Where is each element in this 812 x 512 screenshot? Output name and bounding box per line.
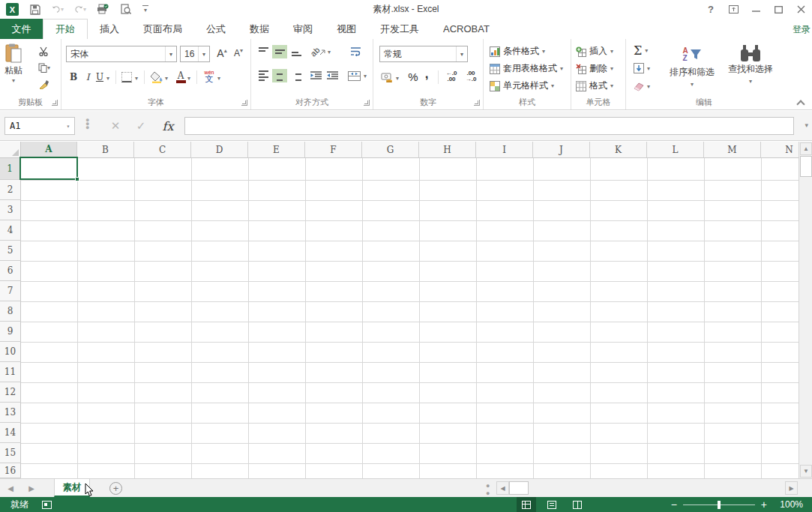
fill-button[interactable]: ▾: [634, 63, 650, 73]
vscroll-thumb[interactable]: [800, 156, 812, 177]
tab-acrobat[interactable]: ACROBAT: [431, 19, 502, 39]
row-header-9[interactable]: 9: [0, 322, 21, 342]
name-box[interactable]: A1▾: [4, 117, 75, 135]
column-header-E[interactable]: E: [248, 142, 305, 158]
number-format-combo[interactable]: 常规▾: [379, 46, 468, 62]
copy-button[interactable]: ▾: [34, 61, 54, 73]
row-header-5[interactable]: 5: [0, 241, 21, 261]
merge-center-button[interactable]: [346, 69, 362, 82]
column-header-C[interactable]: C: [134, 142, 191, 158]
tab-formulas[interactable]: 公式: [194, 19, 238, 39]
column-header-A[interactable]: A: [21, 142, 77, 158]
normal-view-button[interactable]: [517, 497, 536, 512]
decrease-decimal-button[interactable]: .00→.0: [462, 69, 480, 84]
comma-style-button[interactable]: ,: [421, 66, 432, 82]
font-name-combo[interactable]: 宋体▾: [66, 46, 177, 62]
italic-button[interactable]: I: [82, 70, 93, 84]
row-header-11[interactable]: 11: [0, 362, 21, 382]
tab-data[interactable]: 数据: [238, 19, 281, 39]
qat-customize-icon[interactable]: ▾: [142, 4, 149, 16]
undo-icon[interactable]: ▾: [52, 4, 64, 16]
new-sheet-button[interactable]: +: [109, 482, 122, 495]
page-break-view-button[interactable]: [568, 497, 587, 512]
redo-icon[interactable]: ▾: [74, 4, 86, 16]
increase-decimal-button[interactable]: ←.0.00: [442, 69, 460, 84]
minimize-button[interactable]: [745, 1, 767, 18]
align-left-button[interactable]: [256, 69, 271, 82]
column-header-B[interactable]: B: [77, 142, 134, 158]
row-header-16[interactable]: 16: [0, 463, 21, 478]
fill-handle[interactable]: [75, 177, 79, 181]
row-header-2[interactable]: 2: [0, 180, 21, 200]
clear-button[interactable]: ▾: [634, 81, 650, 91]
expand-formula-bar-button[interactable]: ▾: [805, 121, 808, 129]
hscroll-right-button[interactable]: ▶: [785, 481, 798, 495]
zoom-out-button[interactable]: −: [671, 499, 677, 511]
column-header-D[interactable]: D: [191, 142, 248, 158]
merge-center-dropdown[interactable]: ▾: [364, 73, 367, 79]
cancel-entry-button[interactable]: ✕: [105, 117, 126, 135]
column-header-I[interactable]: I: [476, 142, 533, 158]
tab-home[interactable]: 开始: [43, 19, 88, 39]
insert-cells-button[interactable]: 插入▾: [576, 45, 613, 58]
format-as-table-button[interactable]: 套用表格格式▾: [490, 62, 563, 75]
find-select-button[interactable]: 查找和选择 ▾: [724, 43, 778, 85]
grow-font-button[interactable]: A▴: [214, 46, 229, 61]
cell-styles-button[interactable]: 单元格样式▾: [490, 79, 554, 92]
row-header-14[interactable]: 14: [0, 423, 21, 443]
sort-filter-button[interactable]: AZ 排序和筛选 ▾: [665, 43, 719, 88]
zoom-slider[interactable]: [683, 505, 755, 505]
underline-dropdown[interactable]: ▾: [106, 75, 109, 82]
selected-cell-a1[interactable]: [19, 157, 78, 180]
tab-insert[interactable]: 插入: [88, 19, 131, 39]
column-header-N[interactable]: N: [761, 142, 799, 158]
hscroll-thumb[interactable]: [509, 481, 529, 495]
row-header-10[interactable]: 10: [0, 342, 21, 362]
ribbon-display-options-button[interactable]: [722, 1, 745, 18]
center-button[interactable]: [272, 69, 287, 82]
autosum-button[interactable]: Σ▾: [634, 43, 648, 58]
accounting-dropdown[interactable]: ▾: [396, 75, 399, 82]
borders-button[interactable]: [121, 72, 132, 82]
fill-color-button[interactable]: [150, 70, 163, 84]
select-all-corner[interactable]: [0, 142, 21, 158]
row-header-15[interactable]: 15: [0, 443, 21, 463]
column-header-L[interactable]: L: [647, 142, 704, 158]
sign-in-link[interactable]: 登录: [793, 23, 811, 36]
help-button[interactable]: ?: [700, 1, 722, 18]
quick-print-icon[interactable]: [97, 4, 109, 16]
percent-style-button[interactable]: %: [406, 69, 420, 84]
conditional-formatting-button[interactable]: 条件格式▾: [490, 45, 545, 58]
namebox-splitter[interactable]: ●●●: [85, 118, 89, 130]
column-header-H[interactable]: H: [419, 142, 476, 158]
column-header-F[interactable]: F: [305, 142, 362, 158]
align-right-button[interactable]: [289, 69, 304, 82]
underline-button[interactable]: U: [94, 70, 105, 84]
close-button[interactable]: [790, 1, 812, 18]
font-color-button[interactable]: A: [175, 70, 186, 84]
scroll-up-button[interactable]: ▲: [800, 142, 812, 155]
worksheet-grid[interactable]: ABCDEFGHIJKLMN 12345678910111213141516: [0, 142, 799, 478]
fill-color-dropdown[interactable]: ▾: [165, 75, 168, 82]
zoom-level[interactable]: 100%: [773, 499, 803, 510]
increase-indent-button[interactable]: [325, 69, 340, 82]
column-header-J[interactable]: J: [533, 142, 590, 158]
row-header-12[interactable]: 12: [0, 382, 21, 403]
zoom-in-button[interactable]: +: [761, 499, 767, 511]
alignment-dialog-launcher[interactable]: [364, 100, 370, 106]
row-header-3[interactable]: 3: [0, 200, 21, 220]
cut-button[interactable]: [36, 45, 51, 57]
row-header-8[interactable]: 8: [0, 301, 21, 322]
font-dialog-launcher[interactable]: [241, 100, 247, 106]
middle-align-button[interactable]: [272, 45, 287, 58]
row-header-7[interactable]: 7: [0, 281, 21, 301]
orientation-button[interactable]: ab: [310, 45, 326, 58]
wrap-text-button[interactable]: [347, 43, 364, 58]
enter-entry-button[interactable]: ✓: [130, 117, 151, 135]
zoom-slider-handle[interactable]: [718, 501, 721, 509]
row-header-6[interactable]: 6: [0, 261, 21, 281]
page-layout-view-button[interactable]: [542, 497, 562, 512]
tab-view[interactable]: 视图: [325, 19, 368, 39]
column-header-K[interactable]: K: [590, 142, 647, 158]
tab-developer[interactable]: 开发工具: [368, 19, 431, 39]
